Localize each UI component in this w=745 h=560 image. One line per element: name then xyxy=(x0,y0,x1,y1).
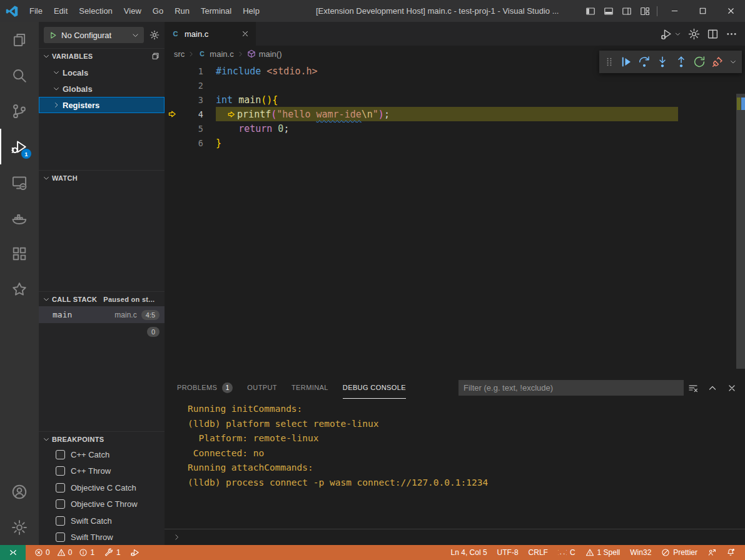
variables-scope-locals[interactable]: Locals xyxy=(39,64,165,81)
variables-scope-globals[interactable]: Globals xyxy=(39,81,165,97)
breakpoint-checkbox[interactable] xyxy=(56,483,65,492)
close-button[interactable] xyxy=(727,383,737,393)
status-language-mode[interactable]: {..}C xyxy=(553,545,580,560)
chevron-down-icon xyxy=(43,174,50,182)
activity-search[interactable] xyxy=(0,58,39,93)
clear-console-button[interactable] xyxy=(688,383,698,393)
status-notifications[interactable] xyxy=(721,545,740,560)
menu-selection[interactable]: Selection xyxy=(73,0,118,22)
status-platform[interactable]: Win32 xyxy=(625,545,656,560)
remote-icon xyxy=(9,548,18,557)
tab-close-button[interactable] xyxy=(241,29,250,38)
customize-layout-button[interactable] xyxy=(636,0,654,22)
step-out-button[interactable] xyxy=(675,56,687,68)
breadcrumb-main[interactable]: main() xyxy=(247,49,282,59)
continue-button[interactable] xyxy=(620,56,632,68)
debug-console-input[interactable] xyxy=(165,529,745,545)
panel-tab-output[interactable]: OUTPUT xyxy=(247,377,277,399)
code-line-4[interactable]: 4 printf("hello wamr-ide\n"); xyxy=(165,107,745,121)
remote-indicator[interactable] xyxy=(0,545,26,560)
layout-panel-button[interactable] xyxy=(599,0,617,22)
close-button[interactable] xyxy=(717,0,745,22)
activity-accounts[interactable] xyxy=(0,474,39,509)
breakpoint-checkbox[interactable] xyxy=(56,450,65,459)
code-line-3[interactable]: 3int main(){ xyxy=(165,92,745,107)
menu-run[interactable]: Run xyxy=(169,0,195,22)
ellipsis-button[interactable] xyxy=(726,28,737,40)
code-editor[interactable]: 1#include <stdio.h>23int main(){4 printf… xyxy=(165,62,745,377)
watch-section-header[interactable]: WATCH xyxy=(39,170,165,185)
clear-console-icon xyxy=(688,383,698,393)
layout-sidebar-right-button[interactable] xyxy=(617,0,636,22)
activity-source-control[interactable] xyxy=(0,93,39,129)
minimize-button[interactable] xyxy=(661,0,689,22)
status-spell-checker[interactable]: 1 Spell xyxy=(580,545,626,560)
disconnect-icon xyxy=(711,56,724,68)
chevron-down-icon xyxy=(43,296,50,303)
gripper-button[interactable] xyxy=(604,57,614,67)
breakpoint-checkbox[interactable] xyxy=(56,499,65,509)
status-debug-indicator[interactable] xyxy=(126,545,144,560)
activity-explorer[interactable] xyxy=(0,22,39,58)
breakpoint-row: Objective C Catch xyxy=(39,479,165,496)
breadcrumb-src[interactable]: src xyxy=(174,49,185,59)
variables-section-header[interactable]: VARIABLES xyxy=(39,48,165,63)
status-prettier[interactable]: Prettier xyxy=(656,545,702,560)
breakpoint-checkbox[interactable] xyxy=(56,466,65,476)
breakpoint-checkbox[interactable] xyxy=(56,516,65,526)
copy-icon[interactable] xyxy=(150,52,159,61)
activity-wamr-ide[interactable] xyxy=(0,271,39,307)
menu-terminal[interactable]: Terminal xyxy=(195,0,237,22)
gutter-glyph-margin[interactable] xyxy=(165,109,181,119)
activity-extensions[interactable] xyxy=(0,236,39,271)
chevron-down-button[interactable] xyxy=(729,58,737,66)
menu-go[interactable]: Go xyxy=(147,0,169,22)
console-line: Platform: remote-linux xyxy=(188,431,736,446)
activity-docker[interactable] xyxy=(0,200,39,236)
disconnect-button[interactable] xyxy=(711,56,724,68)
editor-scrollbar[interactable] xyxy=(736,94,745,369)
feedback-icon xyxy=(707,548,716,557)
variables-scope-registers[interactable]: Registers xyxy=(39,97,165,113)
debug-config-dropdown[interactable]: No Configurat xyxy=(44,27,144,43)
panel-tab-problems[interactable]: PROBLEMS1 xyxy=(177,377,233,399)
code-line-6[interactable]: 6} xyxy=(165,136,745,150)
gear-button[interactable] xyxy=(688,28,700,40)
stack-frame-main[interactable]: mainmain.c4:5 xyxy=(39,306,165,323)
activity-run-and-debug[interactable]: 1 xyxy=(0,129,39,164)
breakpoints-section-header[interactable]: BREAKPOINTS xyxy=(39,431,165,446)
call-stack-section-header[interactable]: CALL STACK Paused on st... xyxy=(39,291,165,306)
status-encoding[interactable]: UTF-8 xyxy=(492,545,524,560)
status-cursor-position[interactable]: Ln 4, Col 5 xyxy=(446,545,492,560)
split-editor-button[interactable] xyxy=(707,28,719,40)
account-icon xyxy=(11,484,28,500)
console-filter-input[interactable]: Filter (e.g. text, !exclude) xyxy=(459,380,684,396)
maximize-button[interactable] xyxy=(689,0,717,22)
chevron-down-icon[interactable] xyxy=(674,31,681,38)
chevron-up-button[interactable] xyxy=(707,383,717,393)
activity-remote-explorer[interactable] xyxy=(0,164,39,200)
menu-edit[interactable]: Edit xyxy=(48,0,73,22)
code-line-5[interactable]: 5 return 0; xyxy=(165,121,745,136)
restart-button[interactable] xyxy=(693,56,706,68)
debug-settings-gear[interactable] xyxy=(150,30,160,40)
start-debug-icon[interactable] xyxy=(48,31,58,40)
step-over-button[interactable] xyxy=(638,56,651,68)
menu-help[interactable]: Help xyxy=(237,0,265,22)
activity-manage[interactable] xyxy=(0,509,39,545)
code-line-2[interactable]: 2 xyxy=(165,78,745,92)
tab-main-c[interactable]: C main.c xyxy=(165,22,256,46)
status-eol[interactable]: CRLF xyxy=(524,545,553,560)
run-or-debug-button[interactable] xyxy=(661,28,672,40)
status-feedback[interactable] xyxy=(702,545,721,560)
status-tasks[interactable]: 1 xyxy=(99,545,126,560)
panel-tab-terminal[interactable]: TERMINAL xyxy=(291,377,328,399)
breadcrumb-mainc[interactable]: Cmain.c xyxy=(198,49,233,59)
step-into-button[interactable] xyxy=(656,56,669,68)
menu-file[interactable]: File xyxy=(24,0,48,22)
menu-view[interactable]: View xyxy=(118,0,147,22)
breakpoint-checkbox[interactable] xyxy=(56,532,65,542)
layout-sidebar-left-button[interactable] xyxy=(581,0,599,22)
panel-tab-debug-console[interactable]: DEBUG CONSOLE xyxy=(343,377,406,399)
status-problems[interactable]: 001 xyxy=(29,545,99,560)
